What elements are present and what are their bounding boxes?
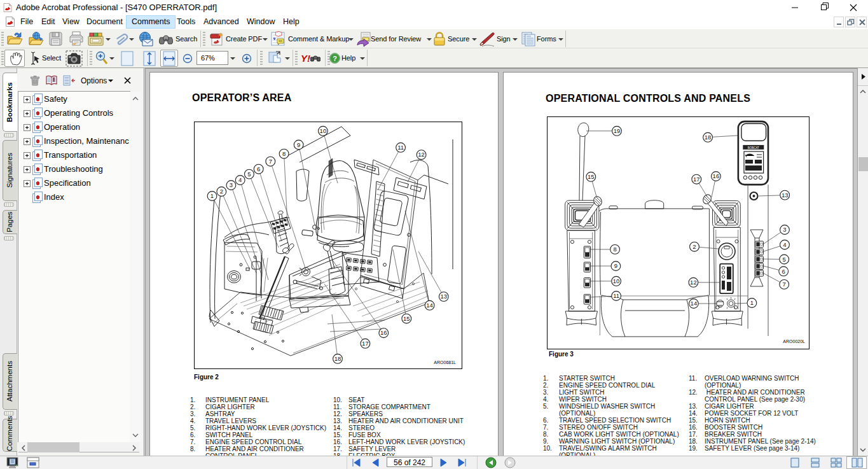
svg-text:?: ? <box>333 55 337 62</box>
svg-text:3: 3 <box>230 181 233 188</box>
svg-text:14: 14 <box>426 302 433 309</box>
svg-text:13: 13 <box>782 192 789 199</box>
svg-text:10: 10 <box>320 127 327 134</box>
svg-text:9: 9 <box>614 262 617 269</box>
svg-text:19: 19 <box>614 127 621 134</box>
svg-text:15: 15 <box>588 173 595 180</box>
svg-text:18: 18 <box>334 355 341 362</box>
svg-text:16: 16 <box>380 329 387 336</box>
svg-text:BOBCAT: BOBCAT <box>748 146 759 150</box>
svg-text:5: 5 <box>783 256 786 263</box>
svg-text:2: 2 <box>220 188 223 195</box>
svg-text:4: 4 <box>238 176 242 183</box>
svg-text:ARO0681L: ARO0681L <box>434 360 456 365</box>
svg-text:17: 17 <box>693 176 700 183</box>
svg-text:17: 17 <box>362 340 369 347</box>
svg-text:1: 1 <box>750 299 754 306</box>
svg-text:9: 9 <box>297 141 300 148</box>
svg-text:1: 1 <box>210 192 214 199</box>
svg-text:13: 13 <box>441 293 448 300</box>
svg-text:7: 7 <box>783 281 786 288</box>
svg-text:3: 3 <box>783 226 786 233</box>
svg-text:12: 12 <box>690 279 697 286</box>
svg-text:8: 8 <box>282 150 286 157</box>
svg-text:4: 4 <box>783 241 786 248</box>
svg-text:12: 12 <box>418 151 425 158</box>
svg-text:18: 18 <box>705 134 712 141</box>
svg-text:11: 11 <box>397 144 404 151</box>
svg-text:6: 6 <box>782 268 785 275</box>
svg-text:7: 7 <box>269 158 272 165</box>
svg-text:6: 6 <box>257 165 260 172</box>
svg-text:16: 16 <box>713 172 720 179</box>
svg-text:15: 15 <box>403 315 410 322</box>
svg-text:ARO0020L: ARO0020L <box>783 339 805 344</box>
svg-text:8: 8 <box>613 246 616 253</box>
svg-text:14: 14 <box>691 300 698 307</box>
svg-text:11: 11 <box>613 292 619 299</box>
svg-text:2: 2 <box>692 243 696 250</box>
svg-text:10: 10 <box>613 277 620 284</box>
svg-text:5: 5 <box>247 171 251 178</box>
